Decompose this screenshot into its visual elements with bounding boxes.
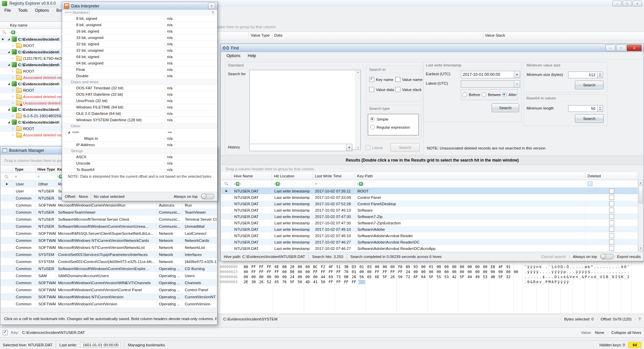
deleted-checkbox[interactable] [609, 188, 614, 193]
maximize-button[interactable]: □ [616, 45, 626, 51]
result-row[interactable]: NTUSER.DAT Last write timestamp 2017-10-… [221, 239, 638, 245]
col-key-path[interactable]: Key Path [355, 172, 586, 180]
interpreter-row[interactable]: Strings [62, 148, 217, 154]
deleted-checkbox[interactable] [609, 208, 614, 213]
key-name-option[interactable]: Key name [369, 77, 393, 82]
col-last-write-time[interactable]: Last Write Time [313, 172, 355, 180]
minimize-button[interactable]: – [605, 45, 615, 51]
expander-icon[interactable] [7, 38, 11, 41]
interpreter-row[interactable]: Windows FILETIME (64 bit) n/a [62, 104, 217, 111]
bookmark-row[interactable]: Common NTUSER Software\TeamViewer Commun… [1, 209, 217, 216]
between-option[interactable]: Betwee [482, 92, 501, 97]
close-button[interactable]: × [633, 1, 642, 6]
interpreter-row[interactable]: GUID n/a [63, 129, 67, 135]
after-option[interactable]: After [502, 92, 516, 97]
interpreter-row[interactable]: Numbers [62, 10, 217, 15]
interpreter-row[interactable]: IP Address n/a [62, 142, 217, 148]
result-row[interactable]: NTUSER.DAT Last write timestamp 2017-10-… [221, 220, 638, 226]
bookmark-row[interactable]: Common SYSTEM ControlSet001\Services\Tcp… [1, 251, 217, 258]
hex-row[interactable]: 00000046 000000000000240000004469736B265… [217, 274, 644, 279]
collapse-all-hives-button[interactable]: Collapse all hives [611, 331, 642, 335]
results-filter-row[interactable]: aBc aBc = aBc [221, 180, 638, 188]
deleted-checkbox[interactable] [609, 233, 614, 238]
menu-item[interactable]: Options [224, 53, 243, 59]
expander-icon[interactable] [7, 82, 11, 85]
bookmark-row[interactable]: Common SAM SAM\Domains\Account\Users Ope… [1, 272, 217, 279]
hex-row[interactable]: 00000023 00FFFFFFFF00000000FFFFFFFF70010… [217, 269, 644, 274]
maximize-button[interactable]: □ [623, 1, 632, 6]
bookmark-row[interactable]: Common SOFTWARE Microsoft\Windows NT\Cur… [1, 244, 217, 251]
expander-icon[interactable] [11, 127, 15, 130]
interpreter-row[interactable]: Double n/a [62, 73, 217, 79]
bookmark-row[interactable]: Common NTUSER Software\Microsoft\Termina… [1, 216, 217, 223]
bm-filter-hive[interactable]: = [36, 173, 55, 180]
timestamp-search-button[interactable]: Search [492, 103, 519, 112]
deleted-checkbox[interactable] [609, 227, 614, 232]
scrollbar-thumb[interactable] [639, 185, 643, 204]
bookmark-row[interactable]: Common SOFTWARE Microsoft\Windows NT\Cur… [1, 293, 217, 300]
literal-checkbox[interactable] [365, 145, 370, 150]
latest-combo[interactable]: ▼ [461, 80, 520, 88]
interpreter-row[interactable]: 64 bit, signed n/a [62, 54, 217, 60]
between-radio[interactable] [482, 92, 486, 97]
value-data-option[interactable]: Value data [369, 87, 394, 92]
expander-icon[interactable] [11, 95, 15, 98]
deleted-checkbox[interactable] [609, 246, 614, 251]
interpreter-row[interactable]: DOS FAT Time/date (32 bit) n/a [62, 85, 217, 91]
interpreter-row[interactable]: 64 bit, unsigned n/a [62, 60, 217, 67]
base64-search-button[interactable]: Search [575, 114, 604, 123]
key-name-checkbox[interactable] [369, 77, 374, 82]
simple-radio[interactable] [370, 117, 375, 122]
deleted-checkbox[interactable] [609, 195, 614, 200]
hex-bytes[interactable]: 00FFFFFFFF00000000FFFFFFFF70010000FFFFFF… [242, 270, 520, 274]
result-row[interactable]: NTUSER.DAT Last write timestamp 2017-10-… [221, 213, 638, 220]
hex-row[interactable]: 00000000 88FFFFFF6E6B200060BCF24F513BD30… [217, 264, 644, 269]
result-row[interactable]: NTUSER.DAT Last write timestamp 2017-10-… [221, 188, 638, 194]
interpreter-row[interactable]: OLE 2.0 Date/time (64 bit) n/a [62, 111, 217, 117]
interpreter-row[interactable]: 8 bit, signed n/a [62, 15, 217, 22]
bookmark-row[interactable]: Common SOFTWARE Microsoft\Windows NT\Cur… [1, 237, 217, 244]
interpreter-row[interactable]: Maps to n/a [62, 135, 217, 142]
interpreter-row[interactable]: ASCII n/a [62, 154, 217, 160]
expander-icon[interactable] [11, 57, 15, 60]
hex-bytes[interactable]: 000000000000240000004469736B2656656E5F26… [242, 275, 512, 279]
earliest-combo[interactable]: 2017-10-01 00:00:00 ▼ [461, 71, 520, 78]
bm-col-hive-type[interactable]: Hive Type [36, 166, 55, 173]
min-length-input[interactable]: 50 ▲▼ [568, 105, 603, 112]
result-row[interactable]: NTUSER.DAT Last write timestamp 2017-10-… [221, 232, 638, 239]
hex-bytes[interactable]: 88FFFFFF6E6B200060BCF24F513BD30103000000… [242, 265, 512, 269]
close-icon[interactable]: × [208, 3, 215, 9]
interpreter-row[interactable]: Unicode n/a [62, 160, 217, 167]
bookmark-row[interactable]: Common SOFTWARE Microsoft\Windows\Curren… [1, 279, 217, 286]
result-row[interactable]: NTUSER.DAT Last write timestamp 2017-10-… [221, 194, 638, 201]
regex-option[interactable]: Regular expression [370, 125, 410, 130]
expander-icon[interactable] [7, 121, 11, 124]
expander-icon[interactable] [7, 108, 11, 111]
export-results-button[interactable]: Export results [617, 255, 641, 259]
bookmark-row[interactable]: Common SOFTWARE Microsoft\Windows\Curren… [1, 286, 217, 293]
expander-icon[interactable] [11, 70, 15, 73]
values-col-value-slack[interactable]: Value Slack [485, 33, 505, 37]
value-name-option[interactable]: Value name [395, 77, 423, 82]
hex-help-button[interactable]: ? [639, 317, 641, 321]
hex-bytes[interactable]: 2E30265265765F504D4150FFFFFFFF [242, 280, 365, 284]
col-deleted[interactable]: Deleted [586, 172, 638, 180]
find-title-bar[interactable]: Find – □ × [221, 44, 644, 52]
close-button[interactable]: × [627, 45, 642, 51]
values-col-data[interactable]: Data [274, 33, 282, 37]
deleted-checkbox[interactable] [609, 201, 614, 206]
time-filter[interactable]: = [313, 180, 355, 187]
before-radio[interactable] [462, 92, 467, 97]
bookmark-row[interactable]: Common NTUSER Software\Microsoft\Windows… [1, 265, 217, 272]
value-slack-option[interactable]: Value slack [395, 87, 422, 92]
minimize-button[interactable]: – [612, 1, 622, 6]
key-sync-checkbox[interactable] [3, 330, 8, 335]
menu-item[interactable]: File [1, 7, 14, 13]
always-on-top-toggle[interactable] [201, 194, 214, 199]
cancel-search-button[interactable]: Cancel search [541, 255, 566, 259]
bookmark-row[interactable]: Common SOFTWARE Microsoft\Windows\Curren… [1, 202, 217, 209]
expander-icon[interactable] [11, 76, 15, 79]
min-size-input[interactable]: 512 ▲▼ [568, 72, 603, 78]
result-row[interactable]: NTUSER.DAT Last write timestamp 2017-10-… [221, 201, 638, 207]
textarea-scrollbar[interactable]: ▲▼ [355, 70, 360, 149]
